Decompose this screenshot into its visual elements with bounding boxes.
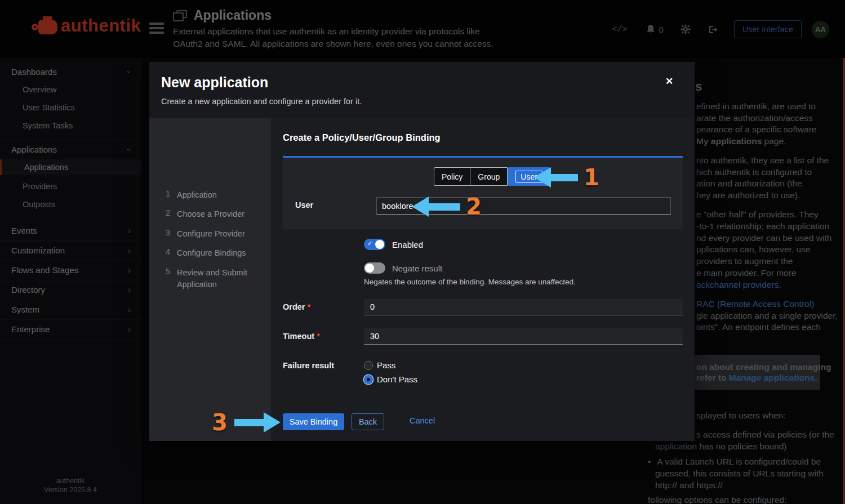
- negate-help-text: Negates the outcome of the binding. Mess…: [364, 278, 576, 286]
- binding-type-tabs: Policy Group User: [434, 167, 550, 186]
- binding-form-heading: Create a Policy/User/Group Binding: [283, 132, 441, 143]
- wizard-step-application[interactable]: Application: [177, 189, 267, 201]
- wizard-step-configure-bindings[interactable]: Configure Bindings: [177, 247, 267, 259]
- wizard-step-configure-provider[interactable]: Configure Provider: [177, 228, 267, 240]
- wizard-steps-nav: 1 Application 2 Choose a Provider 3 Conf…: [149, 118, 271, 441]
- negate-result-toggle[interactable]: [364, 262, 385, 274]
- check-icon: ✓: [367, 240, 372, 247]
- timeout-input[interactable]: [364, 328, 683, 345]
- heading-accent-line: [283, 156, 683, 158]
- step-number: 3: [166, 228, 170, 237]
- cancel-button[interactable]: Cancel: [410, 416, 435, 425]
- annotation-arrow-1: 1: [534, 166, 599, 189]
- annotation-number-1: 1: [584, 166, 599, 189]
- modal-subtitle: Create a new application and configure a…: [161, 97, 362, 106]
- tab-group[interactable]: Group: [470, 167, 508, 186]
- step-number: 1: [166, 189, 170, 198]
- annotation-arrow-3: 3: [212, 411, 281, 434]
- negate-result-label: Negate result: [392, 264, 442, 273]
- annotation-number-2: 2: [466, 195, 482, 218]
- back-button[interactable]: Back: [352, 413, 384, 430]
- order-input[interactable]: [364, 299, 683, 315]
- enabled-toggle[interactable]: ✓: [364, 239, 385, 250]
- wizard-step-choose-provider[interactable]: Choose a Provider: [177, 208, 267, 220]
- step-number: 5: [166, 267, 170, 276]
- user-field-label: User: [295, 200, 313, 209]
- arrow-right-icon: [264, 412, 281, 432]
- required-marker: *: [317, 332, 320, 341]
- radio-pass[interactable]: [364, 361, 373, 370]
- radio-dont-pass[interactable]: [364, 375, 373, 384]
- close-icon[interactable]: ✕: [665, 75, 673, 87]
- arrow-left-icon: [412, 197, 429, 217]
- arrow-left-icon: [534, 167, 551, 188]
- timeout-field-label: Timeout*: [283, 332, 320, 341]
- page-scrollbar[interactable]: [843, 58, 845, 504]
- wizard-step-review-submit[interactable]: Review and Submit Application: [177, 267, 267, 291]
- modal-title: New application: [161, 74, 268, 91]
- save-binding-button[interactable]: Save Binding: [283, 413, 344, 430]
- step-number: 4: [166, 247, 170, 256]
- radio-dont-pass-label[interactable]: Don't Pass: [377, 374, 417, 384]
- failure-result-label: Failure result: [283, 361, 334, 370]
- tab-policy[interactable]: Policy: [434, 167, 470, 186]
- order-field-label: Order*: [283, 302, 310, 311]
- radio-pass-label[interactable]: Pass: [377, 360, 395, 370]
- new-application-modal: New application Create a new application…: [149, 62, 695, 441]
- annotation-arrow-2: 2: [412, 195, 482, 218]
- enabled-label: Enabled: [392, 240, 423, 249]
- step-number: 2: [166, 208, 170, 217]
- required-marker: *: [308, 302, 311, 311]
- annotation-number-3: 3: [212, 411, 228, 434]
